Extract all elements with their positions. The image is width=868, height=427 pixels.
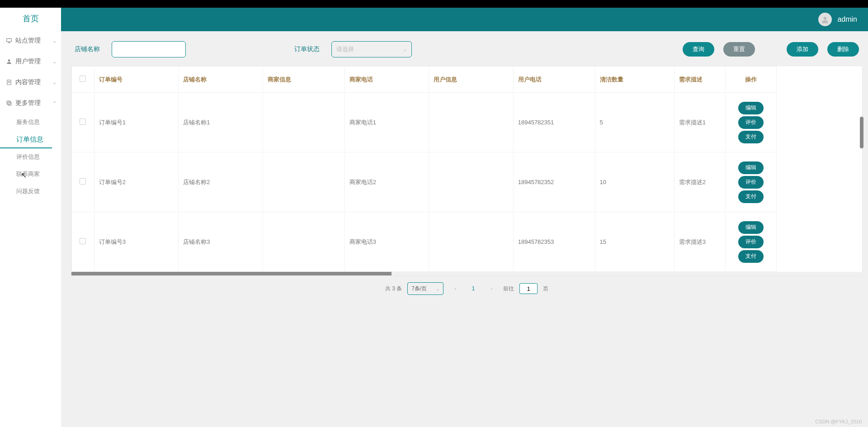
cell-merchant-phone: 商家电话1 (344, 93, 429, 152)
sidebar-sub-service[interactable]: 服务信息 (0, 114, 61, 131)
orders-table: 订单编号 店铺名称 商家信息 商家电话 用户信息 用户电话 清洁数量 需求描述 … (71, 66, 777, 272)
horizontal-scrollbar[interactable] (71, 272, 862, 275)
sidebar-item-label: 用户管理 (15, 57, 52, 66)
goto-suffix: 页 (543, 285, 548, 293)
sidebar-item-content[interactable]: 内容管理 ⌄ (0, 72, 61, 93)
edit-button[interactable]: 编辑 (738, 102, 764, 114)
cell-order: 订单编号1 (94, 93, 179, 152)
query-button[interactable]: 查询 (683, 42, 714, 57)
sidebar-item-label: 更多管理 (15, 99, 52, 107)
svg-point-9 (824, 17, 827, 20)
copy-icon (5, 100, 13, 107)
chevron-down-icon: ⌄ (436, 286, 439, 291)
scrollbar-thumb[interactable] (71, 272, 392, 275)
table-container: 订单编号 店铺名称 商家信息 商家电话 用户信息 用户电话 清洁数量 需求描述 … (71, 66, 863, 276)
cell-user-info (429, 93, 514, 152)
main-area: admin 店铺名称 订单状态 请选择 ⌄ 查询 重置 添加 删除 (61, 0, 868, 427)
sidebar-home[interactable]: 首页 (0, 8, 61, 30)
cell-ops: 编辑评价支付 (725, 152, 776, 212)
th-ops: 操作 (725, 66, 776, 93)
sidebar-item-more[interactable]: 更多管理 ⌃ (0, 93, 61, 114)
cell-ops: 编辑评价支付 (725, 212, 776, 272)
th-user-info: 用户信息 (429, 66, 514, 93)
order-status-select[interactable]: 请选择 ⌄ (331, 41, 412, 57)
page-jump-input[interactable] (519, 283, 538, 294)
cell-order: 订单编号2 (94, 152, 179, 212)
row-checkbox[interactable] (80, 238, 86, 244)
pagination: 共 3 条 7条/页 ⌄ ‹ 1 › 前往 页 (71, 276, 863, 304)
order-status-label: 订单状态 (294, 45, 320, 53)
review-button[interactable]: 评价 (738, 116, 764, 129)
sidebar-sub-feedback[interactable]: 问题反馈 (0, 183, 61, 200)
cell-ops: 编辑评价支付 (725, 93, 776, 152)
select-all-checkbox[interactable] (80, 76, 86, 82)
top-black-strip (0, 0, 868, 8)
chevron-down-icon: ⌄ (52, 59, 57, 65)
svg-rect-7 (8, 102, 11, 105)
shop-name-label: 店铺名称 (75, 45, 100, 53)
delete-button[interactable]: 删除 (827, 42, 859, 57)
cell-merchant-phone: 商家电话2 (344, 152, 429, 212)
topbar: admin (61, 8, 868, 31)
svg-rect-0 (7, 38, 12, 42)
sidebar-item-label: 内容管理 (15, 78, 52, 86)
edit-button[interactable]: 编辑 (738, 221, 764, 234)
cell-merchant-info (263, 212, 344, 272)
table-header-row: 订单编号 店铺名称 商家信息 商家电话 用户信息 用户电话 清洁数量 需求描述 … (72, 66, 777, 93)
sidebar-item-label: 站点管理 (15, 37, 52, 45)
cell-qty: 5 (595, 93, 674, 152)
sidebar-sub-contact[interactable]: 联系商家 (0, 166, 61, 183)
chevron-down-icon: ⌄ (403, 47, 407, 52)
cell-shop: 店铺名称3 (179, 212, 263, 272)
sidebar: 首页 站点管理 ⌄ 用户管理 ⌄ 内容管理 ⌄ 更多管理 ⌃ 服务信息 订单信息… (0, 0, 61, 427)
sidebar-item-site[interactable]: 站点管理 ⌄ (0, 30, 61, 51)
page-size-label: 7条/页 (411, 285, 427, 293)
page-size-select[interactable]: 7条/页 ⌄ (407, 282, 443, 295)
pay-button[interactable]: 支付 (738, 131, 764, 143)
monitor-icon (5, 37, 13, 44)
edit-button[interactable]: 编辑 (738, 161, 764, 174)
pay-button[interactable]: 支付 (738, 190, 764, 203)
page-next-button[interactable]: › (485, 282, 498, 295)
sidebar-sub-review[interactable]: 评价信息 (0, 148, 61, 166)
cell-user-phone: 18945782351 (513, 93, 595, 152)
doc-icon (5, 79, 13, 86)
shop-name-input[interactable] (112, 41, 186, 57)
select-placeholder: 请选择 (336, 45, 354, 53)
th-desc: 需求描述 (674, 66, 725, 93)
cell-qty: 10 (595, 152, 674, 212)
cell-desc: 需求描述2 (674, 152, 725, 212)
chevron-down-icon: ⌄ (52, 80, 57, 85)
cell-user-info (429, 212, 514, 272)
page-prev-button[interactable]: ‹ (449, 282, 462, 295)
add-button[interactable]: 添加 (787, 42, 818, 57)
review-button[interactable]: 评价 (738, 176, 764, 189)
vertical-scrollbar-thumb[interactable] (860, 117, 863, 148)
th-merchant-info: 商家信息 (263, 66, 344, 93)
sidebar-sub-order[interactable]: 订单信息 (0, 131, 52, 148)
cell-merchant-info (263, 93, 344, 152)
cell-user-phone: 18945782353 (513, 212, 595, 272)
svg-point-3 (8, 59, 10, 62)
cell-shop: 店铺名称2 (179, 152, 263, 212)
row-checkbox[interactable] (80, 178, 86, 185)
pay-button[interactable]: 支付 (738, 250, 764, 263)
page-total: 共 3 条 (385, 285, 402, 293)
sidebar-item-user[interactable]: 用户管理 ⌄ (0, 51, 61, 72)
chevron-down-icon: ⌄ (52, 38, 57, 44)
avatar[interactable] (818, 13, 832, 26)
table-row: 订单编号2店铺名称2商家电话21894578235210需求描述2编辑评价支付 (72, 152, 777, 212)
cell-merchant-phone: 商家电话3 (344, 212, 429, 272)
watermark: CSDN @FYKJ_2010 (815, 419, 862, 424)
content: 店铺名称 订单状态 请选择 ⌄ 查询 重置 添加 删除 (61, 31, 868, 427)
reset-button[interactable]: 重置 (723, 42, 755, 57)
page-number-1[interactable]: 1 (467, 282, 480, 295)
username[interactable]: admin (837, 15, 857, 24)
review-button[interactable]: 评价 (738, 236, 764, 248)
cell-order: 订单编号3 (94, 212, 179, 272)
user-icon (5, 58, 13, 65)
goto-prefix: 前往 (503, 285, 514, 293)
row-checkbox[interactable] (80, 119, 86, 125)
cell-desc: 需求描述3 (674, 212, 725, 272)
cell-desc: 需求描述1 (674, 93, 725, 152)
